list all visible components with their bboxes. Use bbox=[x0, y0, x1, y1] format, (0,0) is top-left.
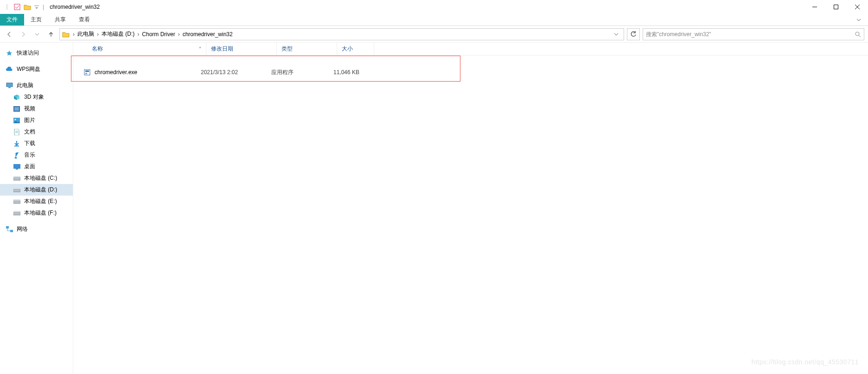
cloud-icon bbox=[6, 66, 13, 73]
drive-icon bbox=[13, 209, 20, 217]
sidebar-quick-access[interactable]: 快速访问 bbox=[0, 47, 73, 59]
svg-rect-23 bbox=[13, 188, 20, 189]
folder-icon bbox=[23, 3, 32, 11]
sidebar-drive-e[interactable]: 本地磁盘 (E:) bbox=[0, 196, 73, 207]
sidebar-item-label: 本地磁盘 (F:) bbox=[24, 209, 57, 217]
address-bar[interactable]: › 此电脑 › 本地磁盘 (D:) › Chorm Driver › chrom… bbox=[59, 28, 624, 40]
tab-home[interactable]: 主页 bbox=[24, 14, 48, 25]
cube-icon bbox=[13, 94, 20, 101]
nav-back-button[interactable] bbox=[4, 29, 15, 40]
tab-file[interactable]: 文件 bbox=[0, 14, 24, 25]
file-row[interactable]: chromedriver.exe 2021/3/13 2:02 应用程序 11,… bbox=[77, 66, 868, 79]
maximize-button[interactable] bbox=[825, 0, 847, 14]
desktop-icon bbox=[13, 163, 20, 171]
svg-rect-29 bbox=[10, 230, 13, 232]
sidebar-item-label: 3D 对象 bbox=[24, 93, 44, 101]
column-header-date[interactable]: 修改日期 bbox=[206, 43, 277, 55]
column-header-size[interactable]: 大小 bbox=[337, 43, 374, 55]
sort-ascending-icon: ˄ bbox=[199, 46, 201, 51]
chevron-right-icon[interactable]: › bbox=[96, 31, 100, 38]
sidebar-drive-f[interactable]: 本地磁盘 (F:) bbox=[0, 207, 73, 219]
watermark-text: https://blog.csdn.net/qq_45530711 bbox=[752, 358, 859, 366]
svg-point-7 bbox=[855, 32, 859, 36]
nav-up-button[interactable] bbox=[45, 29, 57, 40]
svg-rect-28 bbox=[6, 226, 9, 228]
minimize-button[interactable] bbox=[804, 0, 825, 14]
refresh-button[interactable] bbox=[627, 28, 640, 40]
svg-rect-22 bbox=[13, 189, 20, 192]
sidebar-item-label: 图片 bbox=[24, 116, 35, 124]
ribbon-collapse-button[interactable] bbox=[849, 14, 868, 25]
breadcrumb-current[interactable]: chromedriver_win32 bbox=[181, 31, 235, 38]
sidebar-documents[interactable]: 文档 bbox=[0, 126, 73, 138]
svg-rect-9 bbox=[6, 83, 13, 87]
address-dropdown-button[interactable] bbox=[611, 32, 622, 37]
star-icon bbox=[6, 50, 13, 57]
file-size: 11,046 KB bbox=[327, 69, 364, 76]
svg-rect-2 bbox=[34, 6, 39, 6]
sidebar-this-pc[interactable]: 此电脑 bbox=[0, 80, 73, 91]
sidebar-item-label: 本地磁盘 (E:) bbox=[24, 197, 57, 205]
music-icon bbox=[13, 152, 20, 159]
video-icon bbox=[13, 105, 20, 113]
sidebar-drive-d[interactable]: 本地磁盘 (D:) bbox=[0, 184, 73, 196]
svg-point-14 bbox=[15, 119, 16, 120]
nav-history-button[interactable] bbox=[32, 29, 43, 40]
sidebar-downloads[interactable]: 下载 bbox=[0, 138, 73, 149]
ribbon-tabs: 文件 主页 共享 查看 bbox=[0, 14, 868, 26]
chevron-right-icon[interactable]: › bbox=[177, 31, 181, 38]
sidebar-item-label: 本地磁盘 (C:) bbox=[24, 174, 57, 182]
column-header-name[interactable]: 名称 ˄ bbox=[87, 43, 206, 55]
chevron-right-icon[interactable]: › bbox=[136, 31, 140, 38]
breadcrumb-chorm-driver[interactable]: Chorm Driver bbox=[140, 31, 177, 38]
breadcrumb-this-pc[interactable]: 此电脑 bbox=[76, 30, 96, 38]
download-icon bbox=[13, 140, 20, 147]
network-icon bbox=[6, 226, 13, 233]
file-list-pane: 名称 ˄ 修改日期 类型 大小 chromedriver.exe 2021/3/… bbox=[73, 43, 868, 374]
search-icon[interactable] bbox=[855, 31, 861, 38]
breadcrumb-drive-d[interactable]: 本地磁盘 (D:) bbox=[100, 30, 136, 38]
close-button[interactable] bbox=[847, 0, 868, 14]
document-icon bbox=[13, 128, 20, 136]
svg-rect-19 bbox=[16, 169, 18, 170]
svg-rect-26 bbox=[13, 212, 20, 215]
title-separator: | bbox=[43, 4, 44, 10]
sidebar-desktop[interactable]: 桌面 bbox=[0, 161, 73, 172]
svg-rect-24 bbox=[13, 201, 20, 203]
svg-rect-21 bbox=[13, 176, 20, 177]
file-type: 应用程序 bbox=[267, 69, 327, 76]
qat-app-icon[interactable] bbox=[13, 3, 21, 11]
sidebar-pictures[interactable]: 图片 bbox=[0, 114, 73, 126]
sidebar-item-label: 文档 bbox=[24, 128, 35, 136]
nav-forward-button[interactable] bbox=[18, 29, 29, 40]
svg-rect-32 bbox=[85, 73, 87, 74]
exe-file-icon bbox=[83, 69, 91, 76]
svg-rect-12 bbox=[14, 107, 19, 111]
sidebar-videos[interactable]: 视频 bbox=[0, 103, 73, 114]
sidebar-wps[interactable]: WPS网盘 bbox=[0, 63, 73, 75]
sidebar-3d-objects[interactable]: 3D 对象 bbox=[0, 91, 73, 103]
drive-icon bbox=[13, 186, 20, 194]
pc-icon bbox=[6, 82, 13, 89]
tab-view[interactable]: 查看 bbox=[72, 14, 96, 25]
chevron-right-icon[interactable]: › bbox=[72, 31, 76, 38]
sidebar-item-label: 音乐 bbox=[24, 151, 35, 159]
sidebar-item-label: 网络 bbox=[17, 225, 28, 233]
sidebar-music[interactable]: 音乐 bbox=[0, 149, 73, 161]
sidebar-item-label: 桌面 bbox=[24, 163, 35, 171]
picture-icon bbox=[13, 117, 20, 124]
sidebar-drive-c[interactable]: 本地磁盘 (C:) bbox=[0, 172, 73, 184]
sidebar-item-label: 下载 bbox=[24, 139, 35, 147]
column-header-type[interactable]: 类型 bbox=[277, 43, 337, 55]
svg-rect-27 bbox=[13, 211, 20, 212]
svg-rect-1 bbox=[14, 4, 20, 10]
sidebar-item-label: WPS网盘 bbox=[17, 65, 40, 73]
svg-line-8 bbox=[859, 35, 861, 37]
qat-overflow-icon[interactable] bbox=[34, 5, 39, 9]
tab-share[interactable]: 共享 bbox=[48, 14, 72, 25]
sidebar-network[interactable]: 网络 bbox=[0, 223, 73, 235]
search-box[interactable] bbox=[643, 28, 864, 40]
qat-separator-icon bbox=[3, 3, 11, 11]
window-title: chromedriver_win32 bbox=[50, 4, 100, 10]
search-input[interactable] bbox=[646, 31, 852, 38]
